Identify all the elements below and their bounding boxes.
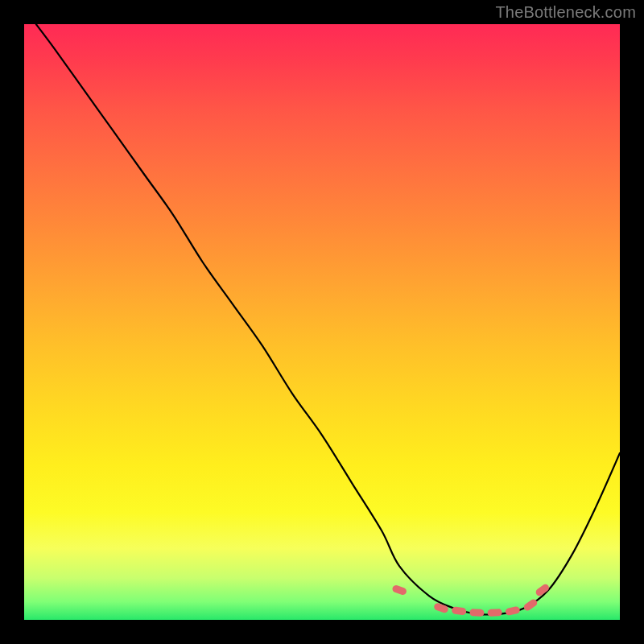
optimal-marker — [391, 584, 407, 597]
bottleneck-curve — [36, 24, 620, 615]
optimal-marker — [452, 606, 467, 615]
chart-frame: TheBottleneck.com — [0, 0, 644, 644]
optimal-marker — [505, 606, 520, 617]
curve-layer — [24, 24, 620, 620]
optimal-marker — [487, 609, 502, 617]
plot-area — [24, 24, 620, 620]
credit-label: TheBottleneck.com — [495, 3, 636, 22]
optimal-range-markers — [391, 583, 550, 617]
optimal-marker — [469, 609, 484, 617]
